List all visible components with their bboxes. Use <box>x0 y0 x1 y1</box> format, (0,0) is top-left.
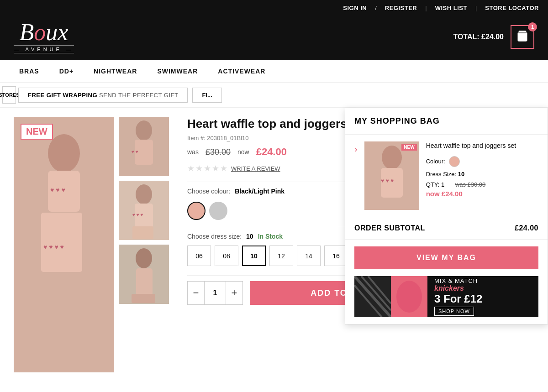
logo-boux-text: Boux <box>20 21 68 44</box>
svg-text:♥ ♥ ♥: ♥ ♥ ♥ <box>50 186 65 193</box>
bag-promo-knickers: knickers <box>434 284 532 293</box>
svg-point-2 <box>48 134 80 172</box>
thumb3-img <box>119 245 169 304</box>
size-14[interactable]: 14 <box>297 246 321 266</box>
now-label: now <box>237 148 249 156</box>
colour-label: Choose colour: <box>187 188 230 195</box>
main-image-art: ♥ ♥ ♥ ♥ ♥ ♥ ♥ <box>14 117 114 372</box>
subtotal-label: ORDER SUBTOTAL <box>354 224 425 232</box>
quantity-increase[interactable]: + <box>226 282 242 304</box>
star-1: ★ <box>187 163 195 173</box>
svg-rect-14 <box>132 226 153 239</box>
swatch-grey[interactable] <box>209 202 227 220</box>
svg-text:♥ ♥ ♥ ♥: ♥ ♥ ♥ ♥ <box>43 243 64 251</box>
bag-item-size: Dress Size: 10 <box>426 171 538 178</box>
bag-promo-banner[interactable]: MIX & MATCH knickers 3 For £12 SHOP NOW <box>354 276 538 317</box>
thumbnail-1[interactable]: ♥ ♥ <box>119 117 169 176</box>
quantity-input[interactable] <box>204 282 226 304</box>
bag-item: › NEW ♥ ♥ ♥ Heart waffle top and joggers… <box>345 135 548 217</box>
thumbnail-3[interactable] <box>119 245 169 304</box>
star-4: ★ <box>212 163 219 173</box>
cart-icon <box>516 30 529 42</box>
main-content: NEW ♥ ♥ ♥ ♥ ♥ ♥ ♥ ♥ ♥ <box>0 108 548 382</box>
colour-value: Black/Light Pink <box>235 188 285 195</box>
store-locator-link[interactable]: STORE LOCATOR <box>485 5 539 11</box>
was-label: was <box>187 148 199 156</box>
svg-point-8 <box>136 120 152 141</box>
logo-avenue-text: — AVENUE — <box>14 45 74 53</box>
bag-promo-text: MIX & MATCH knickers 3 For £12 SHOP NOW <box>427 276 538 317</box>
star-2: ★ <box>195 163 203 173</box>
quantity-controls: − + <box>187 281 243 305</box>
nav-dd-plus[interactable]: DD+ <box>49 60 84 82</box>
svg-point-12 <box>136 184 152 204</box>
bag-item-colour-row: Colour: <box>426 156 538 167</box>
svg-text:♥ ♥ ♥: ♥ ♥ ♥ <box>132 212 143 217</box>
nav-divider1: | <box>425 5 427 11</box>
subtotal-amount: £24.00 <box>515 224 538 232</box>
nav-activewear[interactable]: ACTIVEWEAR <box>208 60 275 82</box>
bag-subtotal: ORDER SUBTOTAL £24.00 <box>345 217 548 240</box>
nav-swimwear[interactable]: SWIMWEAR <box>147 60 208 82</box>
promo-bar: STORES FREE GIFT WRAPPING SEND THE PERFE… <box>0 83 548 108</box>
svg-rect-19 <box>132 294 155 303</box>
size-06[interactable]: 06 <box>187 246 211 266</box>
size-12[interactable]: 12 <box>269 246 293 266</box>
in-stock-label: In Stock <box>258 233 283 240</box>
thumbnail-2[interactable]: ♥ ♥ ♥ <box>119 181 169 240</box>
svg-rect-18 <box>136 268 153 296</box>
star-rating: ★ ★ ★ ★ ★ <box>187 163 227 173</box>
bag-item-name: Heart waffle top and joggers set <box>426 141 538 151</box>
top-navigation: SIGN IN / REGISTER | WISH LIST | STORE L… <box>0 0 548 16</box>
size-08[interactable]: 08 <box>215 246 238 266</box>
stores-link[interactable]: STORES <box>2 86 16 104</box>
main-navigation: BRAS DD+ NIGHTWEAR SWIMWEAR ACTIVEWEAR <box>0 60 548 83</box>
bag-promo-mix: MIX & MATCH <box>434 277 532 284</box>
svg-text:♥ ♥ ♥: ♥ ♥ ♥ <box>381 178 394 184</box>
bag-item-info: Heart waffle top and joggers set Colour:… <box>426 141 538 198</box>
nav-slash: / <box>375 5 377 11</box>
bag-promo-shop[interactable]: SHOP NOW <box>434 307 474 316</box>
svg-point-30 <box>396 281 422 313</box>
logo[interactable]: Boux — AVENUE — <box>14 21 74 53</box>
promo-item-2: FI... <box>192 88 221 103</box>
bag-item-expand[interactable]: › <box>354 144 358 154</box>
bag-was-price: was £30.00 <box>455 181 486 188</box>
svg-point-21 <box>382 146 402 169</box>
nav-bras[interactable]: BRAS <box>9 60 49 82</box>
bag-item-thumbnail: NEW ♥ ♥ ♥ <box>364 141 419 210</box>
bag-now-price-row: now £24.00 <box>426 190 538 198</box>
thumb1-img: ♥ ♥ <box>119 117 169 176</box>
svg-point-17 <box>136 248 152 268</box>
thumbnail-list: ♥ ♥ ♥ ♥ ♥ <box>119 117 169 372</box>
cart-button[interactable]: 1 <box>511 25 534 49</box>
swatch-pink[interactable] <box>187 202 206 220</box>
knickers-image <box>354 276 427 317</box>
size-10[interactable]: 10 <box>242 246 266 266</box>
promo-gift-wrap: FREE GIFT WRAPPING SEND THE PERFECT GIFT <box>18 88 188 103</box>
cart-total-label: TOTAL: £24.00 <box>453 33 504 41</box>
bag-item-new-badge: NEW <box>401 144 416 151</box>
bag-item-image: ♥ ♥ ♥ <box>364 141 419 210</box>
nav-divider2: | <box>475 5 477 11</box>
now-price: £24.00 <box>256 146 287 158</box>
svg-rect-4 <box>41 213 82 272</box>
size-selected-value: 10 <box>246 233 253 240</box>
bag-colour-swatch <box>449 156 460 167</box>
svg-text:♥ ♥: ♥ ♥ <box>132 149 138 154</box>
sign-in-link[interactable]: SIGN IN <box>343 5 367 11</box>
bag-promo-deal: 3 For £12 <box>434 293 532 305</box>
quantity-decrease[interactable]: − <box>188 282 204 304</box>
bag-colour-label: Colour: <box>426 158 445 165</box>
bag-item-qty: QTY: 1 was £30.00 <box>426 181 538 188</box>
thumb2-img: ♥ ♥ ♥ <box>119 181 169 240</box>
product-images: NEW ♥ ♥ ♥ ♥ ♥ ♥ ♥ ♥ ♥ <box>14 117 169 372</box>
nav-nightwear[interactable]: NIGHTWEAR <box>84 60 147 82</box>
register-link[interactable]: REGISTER <box>385 5 417 11</box>
write-review-link[interactable]: WRITE A REVIEW <box>231 165 280 172</box>
new-badge: NEW <box>21 124 53 140</box>
view-bag-button[interactable]: VIEW MY BAG <box>354 246 538 269</box>
header-right: TOTAL: £24.00 1 <box>453 25 534 49</box>
cart-badge: 1 <box>528 22 537 31</box>
wish-list-link[interactable]: WISH LIST <box>435 5 467 11</box>
